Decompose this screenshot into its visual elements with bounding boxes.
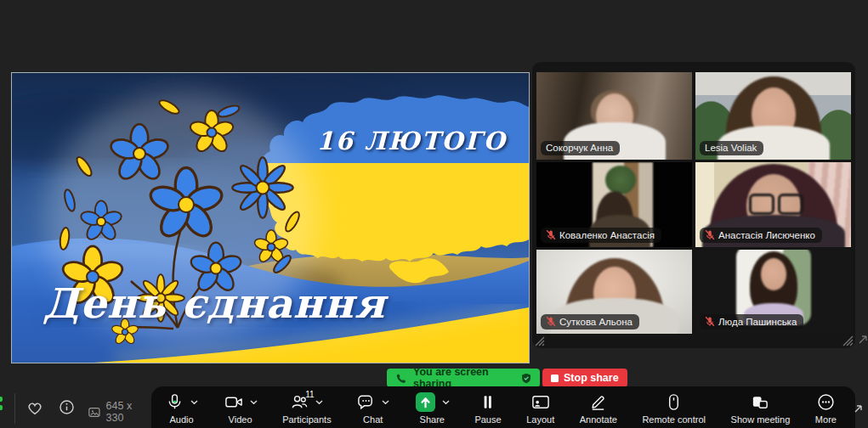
share-label: Share (420, 414, 445, 425)
share-button[interactable]: Share (415, 392, 450, 425)
participant-name: Коваленко Анастасія (559, 230, 655, 240)
participant-name: Суткова Альона (559, 317, 633, 327)
participant-nameplate: Люда Пашинська (700, 314, 803, 329)
chevron-down-icon[interactable] (442, 400, 450, 405)
muted-mic-icon (546, 229, 556, 240)
participant-name: Люда Пашинська (718, 317, 797, 327)
participant-tile[interactable]: Коваленко Анастасія (536, 162, 692, 247)
remote-control-label: Remote control (642, 414, 706, 425)
participant-tile[interactable]: Сокорчук Анна (536, 72, 692, 160)
mouse-icon (664, 392, 684, 412)
participants-gallery-panel[interactable]: Сокорчук Анна Lesia Voliak Коваленко (532, 62, 855, 348)
stop-share-button[interactable]: Stop share (542, 369, 627, 387)
screen-sharing-banner: You are screen sharing Stop share (387, 369, 627, 387)
unity-day-artwork: 16 ЛЮТОГО (12, 73, 529, 363)
participant-name: Сокорчук Анна (546, 143, 613, 153)
muted-mic-icon (705, 316, 715, 327)
panel-resize-handle[interactable] (842, 335, 854, 346)
windows-icon (750, 392, 770, 412)
muted-mic-icon (705, 229, 715, 240)
participant-nameplate: Анастасія Лисюченко (700, 228, 822, 243)
participant-tile[interactable]: Анастасія Лисюченко (695, 162, 851, 247)
meeting-toolbar: Audio Video 11 (151, 386, 855, 428)
participant-nameplate: Коваленко Анастасія (541, 228, 661, 243)
chevron-down-icon[interactable] (250, 400, 258, 405)
participants-label: Participants (282, 414, 331, 425)
annotate-label: Annotate (580, 414, 617, 425)
pause-label: Pause (474, 414, 501, 425)
panel-resize-handle[interactable] (534, 335, 545, 346)
participant-name: Lesia Voliak (705, 143, 757, 153)
participant-tile[interactable]: Суткова Альона (536, 250, 692, 334)
stop-share-label: Stop share (564, 372, 619, 384)
audio-label: Audio (169, 414, 193, 425)
participants-count-badge: 11 (305, 390, 314, 399)
chevron-down-icon[interactable] (382, 400, 389, 405)
show-meeting-label: Show meeting (731, 414, 791, 425)
chat-button[interactable]: Chat (356, 392, 389, 425)
info-icon[interactable] (58, 398, 76, 416)
microphone-icon (165, 392, 184, 412)
share-screen-icon (415, 391, 436, 413)
participants-button[interactable]: 11 Participants (282, 392, 331, 425)
more-ellipsis-icon (816, 392, 836, 412)
more-label: More (815, 414, 837, 425)
bottom-left-controls: 645 x 330 (0, 386, 151, 428)
muted-mic-icon (546, 316, 556, 327)
show-meeting-button[interactable]: Show meeting (731, 392, 791, 425)
panel-expand-icon[interactable] (859, 335, 867, 344)
participant-nameplate: Суткова Альона (541, 314, 639, 329)
video-label: Video (229, 414, 252, 425)
date-text: 16 ЛЮТОГО (316, 127, 507, 155)
sharing-status-pill: You are screen sharing (387, 369, 540, 387)
layout-button[interactable]: Layout (526, 392, 554, 425)
expand-toolbar-arrow-icon[interactable] (853, 403, 864, 414)
stop-icon (551, 374, 559, 382)
video-camera-icon (224, 392, 244, 412)
remote-control-button[interactable]: Remote control (642, 392, 706, 425)
audio-button[interactable]: Audio (165, 392, 198, 425)
pause-button[interactable]: Pause (474, 392, 501, 425)
layout-icon (530, 392, 551, 412)
zoom-meeting-window: 16 ЛЮТОГО (0, 0, 868, 428)
edge-indicator (0, 397, 3, 402)
participant-tile[interactable]: Lesia Voliak (695, 72, 851, 160)
title-text: День єднання (43, 279, 389, 327)
shield-check-icon (521, 372, 531, 385)
image-size-icon (88, 407, 101, 418)
participant-name: Анастасія Лисюченко (718, 230, 815, 240)
participant-nameplate: Lesia Voliak (700, 141, 763, 155)
divider (14, 393, 15, 424)
pause-icon (478, 392, 497, 412)
chevron-down-icon[interactable] (190, 400, 198, 405)
layout-label: Layout (526, 414, 554, 425)
participant-nameplate: Сокорчук Анна (541, 141, 620, 155)
chat-icon (356, 392, 376, 412)
shared-screen-content: 16 ЛЮТОГО (11, 72, 530, 363)
edge-indicator (0, 405, 3, 410)
video-button[interactable]: Video (224, 392, 258, 425)
heart-reaction-icon[interactable] (26, 398, 44, 416)
more-button[interactable]: More (815, 392, 837, 425)
chat-label: Chat (363, 414, 383, 425)
participant-tile-active-speaker[interactable]: Люда Пашинська (695, 250, 851, 334)
annotate-button[interactable]: Annotate (580, 392, 617, 425)
chevron-down-icon[interactable] (315, 400, 323, 405)
shared-size-indicator: 645 x 330 (88, 400, 151, 424)
size-indicator-text: 645 x 330 (106, 400, 151, 424)
phone-icon (395, 372, 406, 385)
pencil-icon (588, 392, 608, 412)
